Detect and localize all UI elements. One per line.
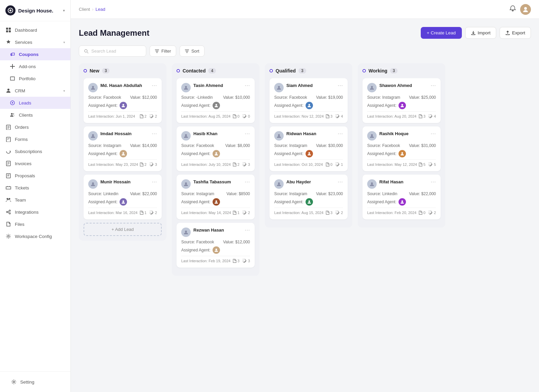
page-title: Lead Management xyxy=(79,28,149,38)
card-menu-button[interactable]: ⋯ xyxy=(245,179,250,185)
import-label: Import xyxy=(478,30,490,35)
sidebar-item-clients[interactable]: Clients xyxy=(0,109,70,121)
sidebar-item-subscriptions[interactable]: Subscriptions xyxy=(0,145,70,157)
sidebar-item-leads[interactable]: Leads xyxy=(0,97,70,109)
lead-card[interactable]: Rifat Hasan ⋯ Source: Linkedin Value: $2… xyxy=(362,175,441,219)
sidebar-item-files[interactable]: Files xyxy=(0,218,70,230)
lead-card[interactable]: Imdad Hossain ⋯ Source: Instagram Value:… xyxy=(84,126,162,171)
lead-name: Tashfia Tabassum xyxy=(193,179,245,184)
crm-label: CRM xyxy=(15,88,60,93)
svg-point-30 xyxy=(9,210,10,211)
create-lead-button[interactable]: + Create Lead xyxy=(421,27,462,39)
column-title-qualified: Qualified xyxy=(276,68,296,73)
card-footer: Last Interaction: Nov 12, 2024 3 4 xyxy=(274,111,343,118)
card-footer: Last Interaction: Feb 20, 2024 0 2 xyxy=(367,208,436,215)
card-header: Tasin Ahmend ⋯ xyxy=(181,83,250,92)
card-menu-button[interactable]: ⋯ xyxy=(245,83,250,88)
lead-source: Source: -Linkedin xyxy=(181,95,213,100)
card-footer: Last Interaction: May 23, 2024 2 3 xyxy=(88,159,157,167)
card-agent: Assigned Agent: xyxy=(88,198,157,206)
user-avatar[interactable] xyxy=(520,4,531,15)
attachments-icon xyxy=(150,114,154,118)
sidebar-item-workspace-config[interactable]: Workspace Config xyxy=(0,230,70,242)
lead-card[interactable]: Tasin Ahmend ⋯ Source: -Linkedin Value: … xyxy=(177,78,255,123)
attachments-icon xyxy=(429,114,433,118)
card-menu-button[interactable]: ⋯ xyxy=(152,131,157,137)
card-menu-button[interactable]: ⋯ xyxy=(245,228,250,233)
lead-card[interactable]: Shawon Ahmed ⋯ Source: Instagram Value: … xyxy=(362,78,441,123)
sidebar-item-dashboard[interactable]: Dashboard xyxy=(0,24,70,36)
card-menu-button[interactable]: ⋯ xyxy=(431,83,436,88)
sidebar-item-tickets[interactable]: Tickets xyxy=(0,182,70,194)
attachments-icon xyxy=(150,162,154,167)
svg-point-55 xyxy=(308,152,310,154)
assigned-agent-label: Assigned Agent: xyxy=(367,103,397,108)
lead-card[interactable]: Md. Hasan Abdullah ⋯ Source: Facebook Va… xyxy=(84,78,162,123)
column-header-qualified: Qualified 3 xyxy=(270,68,348,73)
sidebar-item-portfolio[interactable]: Portfolio xyxy=(0,72,70,85)
lead-card[interactable]: Rashik Hoque ⋯ Source: Facebook Value: $… xyxy=(362,126,441,171)
card-menu-button[interactable]: ⋯ xyxy=(338,131,343,137)
search-box[interactable]: Search Lead xyxy=(79,46,146,57)
attachments-count-group: 3 xyxy=(243,162,250,167)
lead-source: Source: Facebook xyxy=(181,143,214,148)
sidebar-item-invoices[interactable]: Invoices xyxy=(0,157,70,170)
card-header: Rifat Hasan ⋯ xyxy=(367,179,436,189)
lead-card[interactable]: Munir Hossain ⋯ Source: Linkedin Value: … xyxy=(84,175,162,219)
import-button[interactable]: Import xyxy=(465,27,496,39)
attachments-count: 3 xyxy=(248,259,250,263)
card-menu-button[interactable]: ⋯ xyxy=(245,131,250,137)
sidebar-item-orders[interactable]: Orders xyxy=(0,121,70,133)
files-icon xyxy=(232,259,236,263)
column-header-working: Working 3 xyxy=(362,68,441,73)
attachments-count: 3 xyxy=(155,162,157,167)
lead-card[interactable]: Rezwan Hasan ⋯ Source: Facebook Value: $… xyxy=(177,223,255,268)
last-interaction: Last Interaction: Mar 16, 2024 xyxy=(88,211,137,215)
files-count: 3 xyxy=(237,259,240,263)
card-header: Munir Hossain ⋯ xyxy=(88,179,157,189)
filter-button[interactable]: Filter xyxy=(150,46,176,57)
sidebar-item-services[interactable]: Services ▾ xyxy=(0,36,70,48)
sidebar-item-crm[interactable]: CRM ▾ xyxy=(0,85,70,97)
card-meta: Source: Instagram Value: $23,000 xyxy=(274,191,343,196)
card-menu-button[interactable]: ⋯ xyxy=(338,83,343,88)
lead-card[interactable]: Ridwan Hasan ⋯ Source: Instagram Value: … xyxy=(270,126,348,171)
lead-card[interactable]: Hasib Khan ⋯ Source: Facebook Value: $8,… xyxy=(177,126,255,171)
sidebar-item-proposals[interactable]: Proposals xyxy=(0,170,70,182)
files-count-group: 3 xyxy=(418,114,425,118)
lead-avatar xyxy=(274,179,284,189)
card-menu-button[interactable]: ⋯ xyxy=(431,179,436,185)
notification-bell[interactable] xyxy=(509,5,516,13)
card-menu-button[interactable]: ⋯ xyxy=(152,179,157,185)
card-agent: Assigned Agent: xyxy=(367,150,436,157)
sidebar-item-forms[interactable]: Forms xyxy=(0,133,70,145)
svg-point-40 xyxy=(92,134,94,136)
export-button[interactable]: Export xyxy=(500,27,531,39)
sort-button[interactable]: Sort xyxy=(180,46,204,57)
breadcrumb-parent[interactable]: Client xyxy=(79,7,90,12)
lead-card[interactable]: Tashfia Tabassum ⋯ Source: Instagram Val… xyxy=(177,175,255,219)
coupons-icon: 🏷 xyxy=(9,51,15,57)
card-menu-button[interactable]: ⋯ xyxy=(338,179,343,185)
coupons-label: Coupons xyxy=(19,52,65,57)
files-count: 2 xyxy=(237,162,240,167)
sidebar-item-coupons[interactable]: 🏷 Coupons xyxy=(0,48,70,60)
attachments-count-group: 3 xyxy=(150,162,157,167)
svg-rect-5 xyxy=(9,30,11,32)
attachments-icon xyxy=(336,211,340,215)
svg-point-59 xyxy=(401,104,403,106)
lead-card[interactable]: Siam Ahmed ⋯ Source: Facebook Value: $19… xyxy=(270,78,348,123)
sidebar-item-addons[interactable]: Add-ons xyxy=(0,60,70,72)
files-count-group: 3 xyxy=(232,259,240,263)
app-logo[interactable]: Design House. ▾ xyxy=(0,0,70,21)
card-menu-button[interactable]: ⋯ xyxy=(431,131,436,137)
card-menu-button[interactable]: ⋯ xyxy=(152,83,157,88)
sidebar-item-setting[interactable]: Setting xyxy=(5,376,65,388)
lead-card[interactable]: Abu Hayder ⋯ Source: Instagram Value: $2… xyxy=(270,175,348,219)
svg-point-34 xyxy=(8,236,9,237)
sidebar-item-team[interactable]: Team xyxy=(0,194,70,206)
sidebar-item-integrations[interactable]: Integrations xyxy=(0,206,70,218)
svg-point-42 xyxy=(92,182,94,184)
invoices-icon xyxy=(5,160,11,167)
add-lead-button[interactable]: + Add Lead xyxy=(84,223,162,236)
